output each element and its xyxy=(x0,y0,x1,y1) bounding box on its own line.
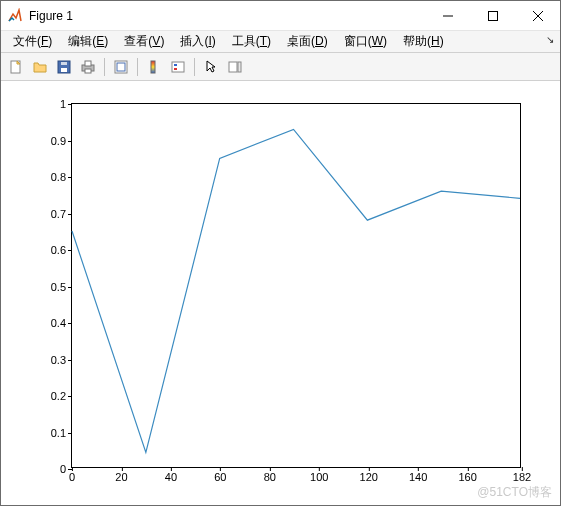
y-tick-label: 0.3 xyxy=(51,354,72,366)
x-tick-label: 120 xyxy=(360,467,378,483)
menu-view[interactable]: 查看(V) xyxy=(116,31,172,52)
chart-area: 00.10.20.30.40.50.60.70.80.9102040608010… xyxy=(1,81,560,505)
pointer-button[interactable] xyxy=(200,56,222,78)
legend-button[interactable] xyxy=(167,56,189,78)
x-tick-label: 100 xyxy=(310,467,328,483)
menu-edit[interactable]: 编辑(E) xyxy=(60,31,116,52)
x-tick-label: 40 xyxy=(165,467,177,483)
svg-rect-7 xyxy=(61,62,67,65)
matlab-app-icon xyxy=(7,8,23,24)
svg-rect-17 xyxy=(229,62,237,72)
svg-rect-1 xyxy=(488,11,497,20)
y-tick-label: 1 xyxy=(60,98,72,110)
x-tick-label: 60 xyxy=(214,467,226,483)
window-controls xyxy=(425,1,560,30)
maximize-button[interactable] xyxy=(470,1,515,30)
x-tick-label: 0 xyxy=(69,467,75,483)
y-tick-label: 0.1 xyxy=(51,427,72,439)
save-button[interactable] xyxy=(53,56,75,78)
plottools-button[interactable] xyxy=(224,56,246,78)
menu-window[interactable]: 窗口(W) xyxy=(336,31,395,52)
minimize-button[interactable] xyxy=(425,1,470,30)
x-tick-label: 80 xyxy=(264,467,276,483)
svg-rect-13 xyxy=(151,61,155,73)
colorbar-button[interactable] xyxy=(143,56,165,78)
line-plot xyxy=(72,104,520,467)
menu-desktop[interactable]: 桌面(D) xyxy=(279,31,336,52)
menu-help[interactable]: 帮助(H) xyxy=(395,31,452,52)
svg-rect-10 xyxy=(85,69,91,73)
svg-rect-6 xyxy=(61,68,67,72)
menubar: 文件(F) 编辑(E) 查看(V) 插入(I) 工具(T) 桌面(D) 窗口(W… xyxy=(1,31,560,53)
x-tick-label: 182 xyxy=(513,467,531,483)
toolbar-separator xyxy=(137,58,138,76)
y-tick-label: 0.7 xyxy=(51,208,72,220)
x-tick-label: 140 xyxy=(409,467,427,483)
titlebar: Figure 1 xyxy=(1,1,560,31)
dock-arrow-icon[interactable]: ↘ xyxy=(546,34,554,45)
svg-rect-14 xyxy=(172,62,184,72)
x-tick-label: 160 xyxy=(458,467,476,483)
y-tick-label: 0.9 xyxy=(51,135,72,147)
y-tick-label: 0.8 xyxy=(51,171,72,183)
y-tick-label: 0.5 xyxy=(51,281,72,293)
window-title: Figure 1 xyxy=(29,9,425,23)
link-button[interactable] xyxy=(110,56,132,78)
print-button[interactable] xyxy=(77,56,99,78)
menu-tools[interactable]: 工具(T) xyxy=(224,31,279,52)
toolbar xyxy=(1,53,560,81)
svg-rect-18 xyxy=(238,62,241,72)
watermark-text: @51CTO博客 xyxy=(477,484,552,501)
svg-rect-9 xyxy=(85,61,91,66)
toolbar-separator xyxy=(194,58,195,76)
axes[interactable]: 00.10.20.30.40.50.60.70.80.9102040608010… xyxy=(71,103,521,468)
y-tick-label: 0.4 xyxy=(51,317,72,329)
figure-window: Figure 1 文件(F) 编辑(E) 查看(V) 插入(I) 工具(T) 桌… xyxy=(0,0,561,506)
y-tick-label: 0.6 xyxy=(51,244,72,256)
x-tick-label: 20 xyxy=(115,467,127,483)
menu-file[interactable]: 文件(F) xyxy=(5,31,60,52)
menu-insert[interactable]: 插入(I) xyxy=(172,31,223,52)
toolbar-separator xyxy=(104,58,105,76)
new-figure-button[interactable] xyxy=(5,56,27,78)
y-tick-label: 0.2 xyxy=(51,390,72,402)
close-button[interactable] xyxy=(515,1,560,30)
open-button[interactable] xyxy=(29,56,51,78)
